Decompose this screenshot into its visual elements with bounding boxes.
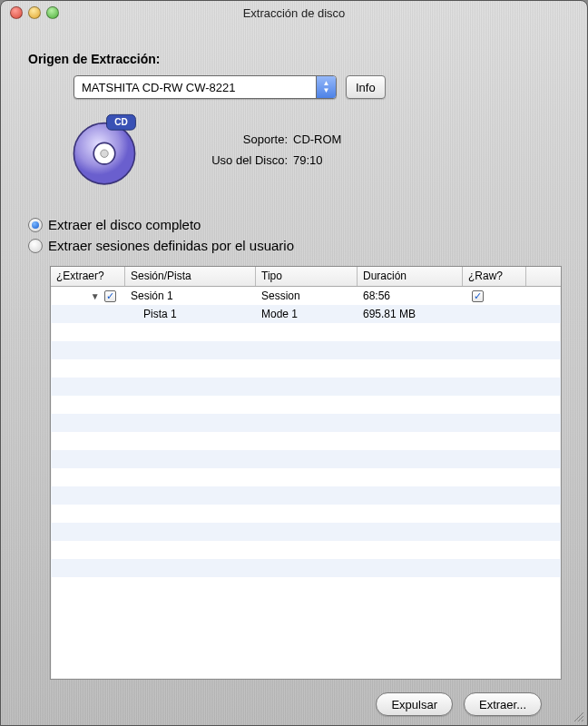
radio-full-label: Extraer el disco completo <box>48 217 201 232</box>
table-row-empty <box>51 468 561 486</box>
radio-icon <box>28 239 43 253</box>
resize-grip[interactable] <box>572 710 584 722</box>
table-row-empty <box>51 432 561 450</box>
table-row-empty <box>51 378 561 396</box>
raw-checkbox[interactable]: ✓ <box>472 290 484 302</box>
svg-line-7 <box>582 720 583 721</box>
cd-icon: CD <box>66 112 142 188</box>
cell-duration: 695.81 MB <box>358 308 463 320</box>
table-row-empty <box>51 323 561 341</box>
media-info: Soporte: CD-ROM Uso del Disco: 79:10 <box>179 132 341 167</box>
table-row-empty <box>51 486 561 505</box>
usage-label: Uso del Disco: <box>179 153 288 167</box>
table-row-empty <box>51 523 561 541</box>
th-filler <box>526 267 561 286</box>
eject-button[interactable]: Expulsar <box>376 692 453 716</box>
svg-point-2 <box>101 150 108 157</box>
table-body: ▼ ✓Sesión 1Session68:56✓Pista 1Mode 1695… <box>51 287 561 679</box>
table-row-empty <box>51 396 561 414</box>
info-button[interactable]: Info <box>346 75 386 99</box>
window-frame: Extracción de disco Origen de Extracción… <box>0 0 588 726</box>
table-row-empty <box>51 505 561 523</box>
table-row-empty <box>51 341 561 359</box>
cell-session: Pista 1 <box>125 308 256 320</box>
th-duration[interactable]: Duración <box>358 267 463 286</box>
table-header: ¿Extraer? Sesión/Pista Tipo Duración ¿Ra… <box>51 267 561 287</box>
cell-session: Sesión 1 <box>125 289 256 302</box>
minimize-button[interactable] <box>28 6 41 19</box>
source-device-dropdown[interactable]: MATSHITA CD-RW CW-8221 ▲▼ <box>74 75 337 99</box>
extract-mode-radios: Extraer el disco completo Extraer sesion… <box>28 217 560 253</box>
table-row-empty <box>51 541 561 559</box>
source-row: MATSHITA CD-RW CW-8221 ▲▼ Info <box>74 75 560 99</box>
cell-type: Mode 1 <box>256 308 358 320</box>
disc-info: CD Soporte: CD-ROM Uso del Disco: 79:10 <box>66 112 560 188</box>
window-title: Extracción de disco <box>8 6 580 20</box>
th-extract[interactable]: ¿Extraer? <box>51 267 125 286</box>
th-session[interactable]: Sesión/Pista <box>125 267 256 286</box>
extract-checkbox[interactable]: ✓ <box>104 290 116 302</box>
th-type[interactable]: Tipo <box>256 267 358 286</box>
dropdown-arrows-icon: ▲▼ <box>316 76 336 98</box>
traffic-lights <box>10 6 59 19</box>
radio-icon <box>28 218 43 232</box>
close-button[interactable] <box>10 6 23 19</box>
table-row-empty <box>51 559 561 577</box>
cell-duration: 68:56 <box>358 289 463 302</box>
table-row[interactable]: ▼ ✓Sesión 1Session68:56✓ <box>51 287 561 305</box>
support-label: Soporte: <box>179 132 288 146</box>
extract-button[interactable]: Extraer... <box>464 692 542 716</box>
cell-type: Session <box>256 289 358 302</box>
radio-user-sessions[interactable]: Extraer sesiones definidas por el usuari… <box>28 238 560 253</box>
table-row-empty <box>51 450 561 468</box>
source-section-label: Origen de Extracción: <box>28 52 560 66</box>
content-area: Origen de Extracción: MATSHITA CD-RW CW-… <box>1 25 587 725</box>
titlebar: Extracción de disco <box>1 1 587 25</box>
radio-full-disc[interactable]: Extraer el disco completo <box>28 217 560 232</box>
support-value: CD-ROM <box>293 132 341 146</box>
usage-value: 79:10 <box>293 153 323 167</box>
footer-buttons: Expulsar Extraer... <box>28 680 560 716</box>
svg-text:CD: CD <box>114 117 128 127</box>
source-device-value: MATSHITA CD-RW CW-8221 <box>74 81 316 94</box>
zoom-button[interactable] <box>46 6 59 19</box>
radio-user-label: Extraer sesiones definidas por el usuari… <box>48 238 294 253</box>
th-raw[interactable]: ¿Raw? <box>463 267 526 286</box>
sessions-table: ¿Extraer? Sesión/Pista Tipo Duración ¿Ra… <box>50 266 562 680</box>
table-row-empty <box>51 359 561 378</box>
disclosure-triangle-icon[interactable]: ▼ <box>91 291 100 301</box>
table-row[interactable]: Pista 1Mode 1695.81 MB <box>51 305 561 323</box>
table-row-empty <box>51 414 561 432</box>
